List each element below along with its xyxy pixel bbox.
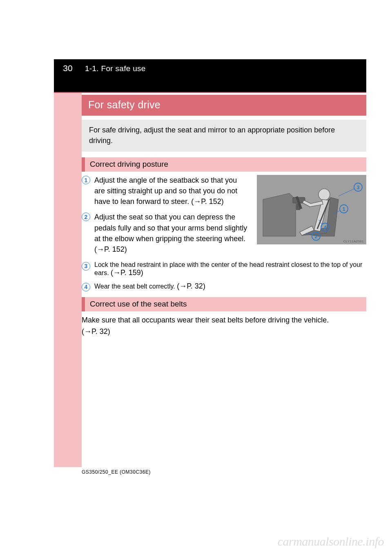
section-seat-belts-header: Correct use of the seat belts bbox=[82, 297, 366, 311]
page-reference[interactable]: (→P. 159) bbox=[111, 269, 143, 277]
header-bar: 1-1. For safe use bbox=[54, 59, 366, 92]
posture-item-3: 3 Lock the head restraint in place with … bbox=[82, 261, 366, 277]
page-title: For safety drive bbox=[82, 95, 366, 116]
posture-item-text: Adjust the seat so that you can depress … bbox=[94, 212, 249, 254]
header-red-rule bbox=[54, 92, 366, 93]
posture-item-text: Wear the seat belt correctly. (→P. 32) bbox=[94, 282, 205, 291]
posture-item-1: 1 Adjust the angle of the seatback so th… bbox=[82, 175, 249, 207]
numbered-marker-icon: 2 bbox=[82, 213, 90, 221]
watermark: carmanualsonline.info bbox=[278, 535, 384, 548]
numbered-marker-icon: 4 bbox=[82, 283, 90, 291]
svg-text:2: 2 bbox=[314, 233, 317, 239]
seat-belts-text: Make sure that all occupants wear their … bbox=[82, 315, 366, 338]
posture-item-body: Wear the seat belt correctly. bbox=[94, 283, 175, 290]
numbered-marker-icon: 1 bbox=[82, 176, 90, 184]
svg-text:3: 3 bbox=[356, 184, 359, 190]
page-content: For safety drive For safe driving, adjus… bbox=[82, 95, 366, 338]
section-driving-posture-header: Correct driving posture bbox=[82, 157, 366, 172]
left-accent-bar bbox=[54, 59, 82, 467]
driving-posture-illustration: 3 1 4 2 CLY11AZ081 bbox=[257, 175, 366, 244]
breadcrumb: 1-1. For safe use bbox=[85, 64, 354, 73]
manual-page: 1-1. For safe use 30 For safety drive Fo… bbox=[0, 0, 392, 555]
svg-point-4 bbox=[318, 189, 330, 200]
driving-posture-text: 1 Adjust the angle of the seatback so th… bbox=[82, 175, 249, 260]
page-reference[interactable]: (→P. 32) bbox=[177, 282, 205, 290]
page-reference[interactable]: (→P. 152) bbox=[191, 197, 224, 206]
svg-text:1: 1 bbox=[342, 206, 345, 212]
seat-belts-lead: Make sure that all occupants wear their … bbox=[82, 316, 329, 324]
posture-item-text: Lock the head restraint in place with th… bbox=[94, 261, 366, 277]
driving-posture-block: 1 Adjust the angle of the seatback so th… bbox=[82, 175, 366, 260]
page-number: 30 bbox=[54, 63, 82, 73]
image-caption: CLY11AZ081 bbox=[343, 239, 364, 243]
posture-svg: 3 1 4 2 bbox=[257, 175, 366, 244]
numbered-marker-icon: 3 bbox=[82, 262, 90, 271]
posture-item-body: Adjust the seat so that you can depress … bbox=[94, 213, 247, 242]
intro-box: For safe driving, adjust the seat and mi… bbox=[82, 120, 366, 152]
page-reference[interactable]: (→P. 32) bbox=[82, 327, 110, 336]
footer-code: GS350/250_EE (OM30C36E) bbox=[82, 469, 151, 475]
svg-text:4: 4 bbox=[323, 224, 327, 231]
posture-item-4: 4 Wear the seat belt correctly. (→P. 32) bbox=[82, 282, 366, 291]
page-reference[interactable]: (→P. 152) bbox=[94, 245, 127, 253]
posture-item-2: 2 Adjust the seat so that you can depres… bbox=[82, 212, 249, 254]
posture-item-text: Adjust the angle of the seatback so that… bbox=[94, 175, 249, 207]
